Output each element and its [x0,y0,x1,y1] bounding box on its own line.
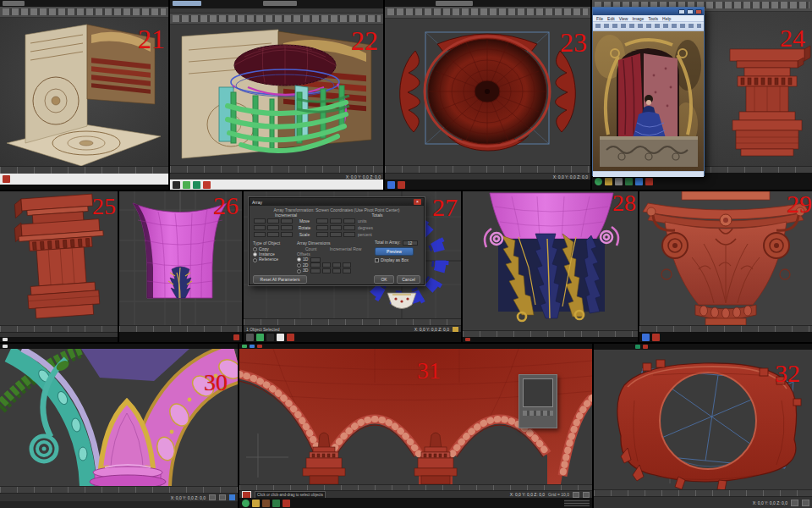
taskbar-app-icon[interactable] [246,334,254,341]
timeline[interactable] [385,165,590,173]
main-toolbar[interactable] [385,7,590,19]
main-toolbar[interactable] [170,14,383,25]
scale-total-x[interactable] [316,232,328,237]
timeline[interactable] [244,318,461,325]
dim-2d[interactable]: 2D [303,262,308,268]
taskbar-app-icon[interactable] [262,500,270,507]
taskbar-app-icon[interactable] [652,334,660,341]
windows-taskbar[interactable] [244,332,461,342]
taskbar-app-icon[interactable] [3,345,8,348]
preview-button[interactable]: Preview [375,247,414,256]
1d-count-field[interactable] [310,257,321,262]
close-icon[interactable]: × [414,199,421,205]
grid-snap-button[interactable] [209,494,216,500]
angle-snap-button[interactable] [219,494,226,500]
taskbar-app-icon[interactable] [605,178,612,185]
move-total-x[interactable] [316,218,328,224]
panel-25-max-cornice-closeup[interactable]: 25 [0,191,118,342]
taskbar-app-icon[interactable] [645,178,653,185]
windows-taskbar[interactable] [639,332,812,342]
taskbar-app-icon[interactable] [173,181,180,189]
timeline[interactable] [463,330,638,337]
instance-option[interactable]: Instance [259,251,275,257]
copy-option[interactable]: Copy [259,246,269,251]
timeline[interactable] [119,325,242,332]
taskbar-app-icon[interactable] [256,334,264,341]
timeline[interactable] [594,489,812,496]
windows-taskbar[interactable] [239,498,592,508]
main-toolbar[interactable] [0,7,168,18]
taskbar-app-icon[interactable] [643,345,648,349]
taskbar-app-icon[interactable] [287,334,294,341]
timeline[interactable] [239,484,592,490]
taskbar-app-icon[interactable] [242,500,250,507]
reset-all-parameters-button[interactable]: Reset All Parameters [253,275,307,284]
radio-3d[interactable] [297,269,301,273]
angle-snap-button[interactable] [583,492,590,498]
windows-taskbar[interactable] [0,337,118,342]
move-total-y[interactable] [330,218,342,224]
window-titlebar[interactable] [385,0,590,7]
viewport-nav-button[interactable] [802,500,809,506]
photo-viewer-titlebar[interactable] [593,8,704,15]
rotate-total-y[interactable] [330,225,342,230]
panel-31-max-vault-arches[interactable]: Click or click-and-drag to select object… [239,344,592,508]
taskbar-app-icon[interactable] [242,345,247,348]
move-y-field[interactable] [267,218,279,224]
panel-21-max-reference-planes[interactable]: 21 [0,0,168,190]
panel-22-max-balcony-tiers[interactable]: X: 0,0 Y: 0,0 Z: 0,0 22 [170,0,383,190]
panel-29-max-corinthian-capital[interactable]: 29 [639,191,812,342]
close-button[interactable] [695,9,702,14]
taskbar-app-icon[interactable] [3,175,10,183]
dim-1d[interactable]: 1D [303,257,308,262]
timeline[interactable] [170,165,383,173]
move-total-z[interactable] [343,218,355,224]
viewport-30[interactable] [0,349,238,486]
rotate-total-z[interactable] [343,225,355,230]
move-x-field[interactable] [254,218,266,224]
rotate-total-x[interactable] [316,225,328,230]
3d-count-field[interactable] [310,268,321,273]
taskbar-app-icon[interactable] [266,334,274,341]
panel-27-max-array-dialog[interactable]: Array × Array Transformation: Screen Coo… [244,191,461,342]
snaps-toggle-button[interactable] [573,492,579,498]
taskbar-app-icon[interactable] [272,500,280,507]
taskbar-app-icon[interactable] [398,181,405,189]
windows-taskbar[interactable] [170,179,383,190]
floating-render-window[interactable] [518,374,557,428]
help-icon[interactable] [229,494,235,500]
3d-x-field[interactable] [322,268,331,273]
taskbar-app-icon[interactable] [595,178,602,185]
windows-taskbar[interactable] [0,174,168,185]
snaps-toggle-button[interactable] [791,500,798,506]
scale-y-field[interactable] [267,232,279,237]
display-as-box-checkbox[interactable] [375,258,379,262]
taskbar-app-icon[interactable] [642,334,650,341]
taskbar-app-icon[interactable] [252,500,260,507]
render-window-buttons[interactable] [523,411,553,416]
rotate-y-field[interactable] [267,225,279,230]
scale-total-y[interactable] [330,232,342,237]
panel-24-max-cornice-and-photo[interactable]: File Edit View Image Tools Help [592,0,812,190]
taskbar-app-icon[interactable] [635,178,643,185]
3d-z-field[interactable] [343,268,351,273]
panel-26-max-capital-bell[interactable]: 26 [119,191,242,342]
viewport-28[interactable] [463,191,638,330]
panel-28-max-acanthus-capital[interactable]: 28 [463,191,638,342]
rotate-z-field[interactable] [281,225,293,230]
lock-selection-icon[interactable] [453,327,458,332]
windows-taskbar[interactable] [385,179,590,190]
taskbar-app-icon[interactable] [193,181,200,189]
taskbar-app-icon[interactable] [283,500,290,507]
toolbar-icons[interactable] [173,15,381,22]
radio-reference[interactable] [253,258,257,262]
taskbar-app-icon[interactable] [257,345,262,348]
move-z-field[interactable] [281,218,293,224]
scale-total-z[interactable] [343,232,355,237]
window-titlebar[interactable] [0,0,168,7]
taskbar-app-icon[interactable] [203,181,211,189]
taskbar-app-icon[interactable] [635,345,640,349]
array-dialog[interactable]: Array × Array Transformation: Screen Coo… [249,197,425,285]
radio-2d[interactable] [297,263,301,268]
menu-image[interactable]: Image [632,16,644,21]
